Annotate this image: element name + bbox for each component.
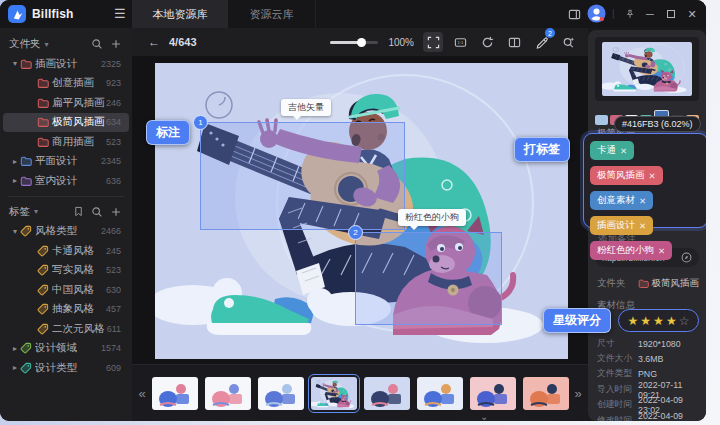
pin-icon[interactable] (622, 6, 638, 22)
sidebar-tag-4[interactable]: 抽象风格457 (3, 300, 129, 320)
star-5[interactable]: ☆ (679, 315, 690, 327)
sidebar-tag-1[interactable]: 卡通风格245 (3, 241, 129, 261)
fit-screen-button[interactable] (423, 32, 443, 52)
thumbnail-4[interactable] (311, 377, 357, 410)
star-1[interactable]: ★ (628, 315, 639, 327)
asset-tag-3[interactable]: 插画设计✕ (590, 216, 653, 235)
actual-size-button[interactable]: 1:1 (450, 32, 470, 52)
remove-tag-icon[interactable]: ✕ (639, 196, 646, 206)
thumbnail-2[interactable] (205, 377, 251, 410)
tag-icon (37, 283, 52, 296)
annotation-label-2[interactable]: 粉红色的小狗 (398, 209, 466, 226)
open-link-icon[interactable] (681, 249, 692, 267)
sidebar-folder-1[interactable]: 创意插画923 (3, 74, 129, 94)
folder-row-value[interactable]: 极简风插画 (638, 277, 700, 290)
sidebar-folder-3[interactable]: 极简风插画634 (3, 113, 129, 133)
folder-row: 文件夹 极简风插画 (597, 277, 699, 290)
thumbnail-3[interactable] (258, 377, 304, 410)
annotation-region-1[interactable] (200, 122, 405, 230)
asset-tag-2[interactable]: 创意素材✕ (590, 191, 653, 210)
folder-label: 创意插画 (52, 76, 106, 90)
tag-label: 抽象风格 (52, 302, 106, 316)
thumbnail-8[interactable] (523, 377, 569, 410)
asset-tag-4[interactable]: 粉红色的小狗✕ (590, 241, 672, 260)
split-view-button[interactable] (504, 32, 524, 52)
menu-icon[interactable]: ☰ (114, 6, 126, 21)
sidebar-tag-6[interactable]: ▸设计领域1574 (3, 339, 129, 359)
search-icon[interactable] (90, 205, 104, 219)
bookmark-icon[interactable] (71, 205, 85, 219)
minimize-button[interactable]: ─ (642, 6, 658, 22)
image-search-button[interactable] (558, 32, 578, 52)
filmstrip-next-icon[interactable]: » (570, 386, 586, 401)
thumbnail-1[interactable] (152, 377, 198, 410)
annotation-badge-2[interactable]: 2 (348, 225, 363, 240)
back-icon[interactable]: ← (148, 35, 160, 49)
remove-tag-icon[interactable]: ✕ (620, 146, 627, 156)
remove-tag-icon[interactable]: ✕ (658, 246, 665, 256)
thumbnail-5[interactable] (364, 377, 410, 410)
tag-label: 风格类型 (35, 224, 101, 238)
asset-preview-image[interactable] (602, 42, 692, 96)
chevron-down-icon[interactable]: ▾ (45, 40, 49, 49)
asset-tag-1[interactable]: 极简风插画✕ (590, 166, 663, 185)
star-3[interactable]: ★ (653, 315, 664, 327)
tag-editor[interactable]: 卡通✕极简风插画✕创意素材✕插画设计✕粉红色的小狗✕ (583, 133, 706, 228)
star-rating[interactable]: ★★★★☆ (618, 309, 699, 332)
panel-toggle-icon[interactable] (566, 6, 582, 22)
annotate-pen-button[interactable]: 2 (531, 32, 551, 52)
remove-tag-icon[interactable]: ✕ (639, 221, 646, 231)
annotation-badge-1[interactable]: 1 (193, 115, 208, 130)
tab-cloud-library[interactable]: 资源云库 (228, 0, 316, 28)
sidebar-folder-4[interactable]: 商用插画523 (3, 132, 129, 152)
search-icon[interactable] (90, 37, 104, 51)
annotation-label-1[interactable]: 吉他矢量 (281, 99, 331, 116)
zoom-slider[interactable] (330, 41, 378, 44)
filmstrip-prev-icon[interactable]: « (134, 386, 150, 401)
titlebar: Billfish ☰ 本地资源库 资源云库 | ─ ✕ (0, 0, 706, 28)
thumbnail-6[interactable] (417, 377, 463, 410)
zoom-slider-knob[interactable] (357, 38, 366, 47)
inspector-panel: 极简风插... #416FB3 (6.02%) 卡通✕极简风插画✕创意素材✕插画… (588, 30, 706, 421)
palette-swatch-0[interactable] (595, 115, 608, 125)
rotate-button[interactable] (477, 32, 497, 52)
caret-icon[interactable]: ▾ (10, 59, 20, 68)
user-avatar[interactable] (587, 4, 606, 23)
sidebar-tag-3[interactable]: 中国风格630 (3, 280, 129, 300)
asset-tag-0[interactable]: 卡通✕ (590, 141, 634, 160)
sidebar-folder-0[interactable]: ▾插画设计2325 (3, 54, 129, 74)
folder-tree: ▾插画设计2325创意插画923扁平风插画246极简风插画634商用插画523▸… (0, 54, 132, 191)
caret-icon[interactable]: ▸ (10, 363, 20, 372)
close-button[interactable]: ✕ (684, 6, 700, 22)
chevron-down-icon[interactable]: ▾ (34, 207, 38, 216)
caret-icon[interactable]: ▸ (10, 344, 20, 353)
sidebar-folder-2[interactable]: 扁平风插画246 (3, 93, 129, 113)
collapse-filmstrip-icon[interactable]: ⌄ (480, 411, 488, 421)
caret-icon[interactable]: ▾ (10, 227, 20, 236)
tab-local-library[interactable]: 本地资源库 (132, 0, 228, 28)
sidebar-tag-2[interactable]: 写实风格523 (3, 261, 129, 281)
sidebar: 文件夹 ▾ ▾插画设计2325创意插画923扁平风插画246极简风插画634商用… (0, 28, 132, 421)
sidebar-tag-7[interactable]: ▸设计类型609 (3, 358, 129, 378)
thumbnail-7[interactable] (470, 377, 516, 410)
annotation-region-2[interactable] (355, 232, 502, 325)
add-folder-icon[interactable] (109, 37, 123, 51)
caret-icon[interactable]: ▸ (10, 157, 20, 166)
tag-icon (20, 342, 35, 355)
maximize-button[interactable] (663, 6, 679, 22)
sidebar-folder-6[interactable]: ▸室内设计636 (3, 171, 129, 191)
tag-label: 二次元风格 (52, 322, 107, 336)
caret-icon[interactable]: ▸ (10, 176, 20, 185)
star-2[interactable]: ★ (640, 315, 651, 327)
sidebar-tag-5[interactable]: 二次元风格611 (3, 319, 129, 339)
info-value: 3.6MB (638, 354, 663, 364)
folder-icon (37, 116, 52, 129)
add-tag-icon[interactable] (109, 205, 123, 219)
sidebar-tag-0[interactable]: ▾风格类型2466 (3, 222, 129, 242)
info-label: 文件大小 (597, 353, 638, 365)
folders-header-label: 文件夹 (9, 37, 41, 51)
sidebar-folder-5[interactable]: ▸平面设计2345 (3, 152, 129, 172)
star-4[interactable]: ★ (666, 315, 677, 327)
tag-count: 457 (106, 304, 121, 314)
remove-tag-icon[interactable]: ✕ (649, 171, 656, 181)
